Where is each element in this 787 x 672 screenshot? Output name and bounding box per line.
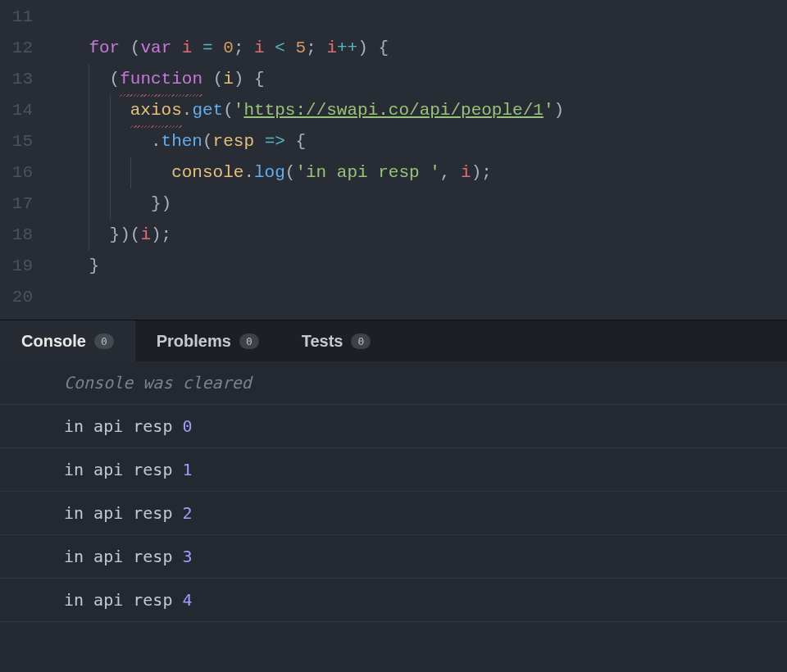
token-var: i	[461, 157, 471, 188]
token-punct: );	[151, 220, 171, 251]
line-number: 18	[0, 220, 48, 251]
line-content: })(i);	[48, 220, 171, 251]
token-num: 5	[296, 33, 307, 64]
tab-console[interactable]: Console0	[0, 320, 135, 361]
line-content: .then(resp => {	[48, 126, 306, 157]
token-punct: {	[378, 33, 389, 64]
line-number: 19	[0, 251, 48, 282]
token-punct: (	[202, 126, 213, 157]
token-num: 0	[223, 33, 234, 64]
tab-problems[interactable]: Problems0	[135, 320, 280, 361]
code-line[interactable]: 13(function (i) {	[0, 64, 787, 95]
line-number: 15	[0, 126, 48, 157]
token-str: '	[234, 95, 244, 126]
token-punct: .	[151, 126, 161, 157]
token-punct: )	[554, 95, 565, 126]
line-number: 11	[0, 2, 48, 33]
token-punct: .	[243, 157, 254, 188]
token-var: i	[326, 33, 337, 64]
code-line[interactable]: 19}	[0, 251, 787, 282]
line-content: }	[48, 251, 99, 282]
tab-tests[interactable]: Tests0	[280, 320, 393, 361]
token-obj: axios	[130, 95, 182, 126]
code-line[interactable]: 17})	[0, 188, 787, 220]
code-line[interactable]: 20	[0, 282, 787, 313]
tab-count-badge: 0	[351, 334, 371, 349]
token-punct: )	[357, 33, 368, 64]
panel-tabs: Console0Problems0Tests0	[0, 320, 787, 361]
line-number: 20	[0, 282, 48, 313]
tab-label: Console	[21, 332, 86, 351]
code-line[interactable]: 18})(i);	[0, 220, 787, 251]
token-param: i	[223, 64, 234, 95]
token-func: log	[254, 157, 285, 188]
token-punct: }	[89, 251, 99, 282]
token-str: '	[544, 95, 554, 126]
token-punct: })(	[110, 220, 141, 251]
token-punct: )	[471, 157, 482, 188]
tab-label: Problems	[157, 332, 231, 351]
token-op: =>	[265, 126, 285, 157]
console-log-row[interactable]: in api resp 3	[0, 535, 787, 579]
token-punct: (	[285, 157, 296, 188]
code-line[interactable]: 14axios.get('https://swapi.co/api/people…	[0, 95, 787, 126]
token-punct: ;	[234, 33, 244, 64]
token-var: i	[254, 33, 265, 64]
console-log-number: 2	[183, 503, 193, 523]
console-output[interactable]: Console was clearedin api resp 0in api r…	[0, 361, 787, 672]
code-line[interactable]: 12for (var i = 0; i < 5; i++) {	[0, 33, 787, 64]
console-log-row[interactable]: in api resp 4	[0, 579, 787, 622]
code-line[interactable]: 15.then(resp => {	[0, 126, 787, 157]
tab-count-badge: 0	[239, 334, 259, 349]
token-punct: (	[110, 64, 121, 95]
token-obj: console	[171, 157, 243, 188]
token-str: 'in api resp '	[295, 157, 439, 188]
console-log-row[interactable]: in api resp 1	[0, 448, 787, 492]
code-line[interactable]: 11	[0, 2, 787, 33]
token-punct: {	[295, 126, 306, 157]
token-punct: })	[151, 188, 171, 220]
token-func: get	[192, 95, 223, 126]
token-punct: (	[130, 33, 141, 64]
token-keyword: var	[140, 33, 171, 64]
token-op: <	[275, 33, 285, 64]
console-log-text: in api resp	[64, 590, 183, 610]
console-cleared-message: Console was cleared	[0, 361, 787, 405]
console-log-number: 0	[183, 416, 193, 436]
line-content: for (var i = 0; i < 5; i++) {	[48, 33, 389, 64]
line-number: 17	[0, 188, 48, 220]
line-number: 16	[0, 157, 48, 188]
console-log-number: 3	[183, 547, 193, 566]
console-log-text: in api resp	[64, 460, 183, 479]
token-param: resp	[213, 126, 254, 157]
line-number: 12	[0, 33, 48, 64]
token-punct: ;	[306, 33, 316, 64]
token-op: ++	[337, 33, 357, 64]
token-func: then	[161, 126, 202, 157]
console-log-row[interactable]: in api resp 0	[0, 405, 787, 448]
console-log-row[interactable]: in api resp 2	[0, 492, 787, 535]
token-var: i	[182, 33, 193, 64]
code-line[interactable]: 16console.log('in api resp ', i);	[0, 157, 787, 188]
token-punct: (	[223, 95, 234, 126]
token-punct: )	[234, 64, 244, 95]
token-punct: {	[254, 64, 265, 95]
console-log-text: in api resp	[64, 416, 183, 436]
line-content: console.log('in api resp ', i);	[48, 157, 492, 188]
line-content: (function (i) {	[48, 64, 265, 95]
token-op: =	[202, 33, 213, 64]
console-log-number: 1	[183, 460, 193, 479]
token-punct: ;	[481, 157, 492, 188]
token-url: https://swapi.co/api/people/1	[243, 95, 543, 126]
token-var: i	[140, 220, 151, 251]
line-number: 13	[0, 64, 48, 95]
token-punct: .	[182, 95, 193, 126]
line-content: })	[48, 188, 171, 220]
console-log-text: in api resp	[64, 503, 183, 523]
tab-count-badge: 0	[94, 334, 114, 349]
code-editor[interactable]: 1112for (var i = 0; i < 5; i++) {13(func…	[0, 0, 787, 320]
tab-label: Tests	[302, 332, 343, 351]
token-punct: ,	[440, 157, 451, 188]
token-keyword: function	[120, 64, 202, 95]
token-punct: (	[213, 64, 224, 95]
